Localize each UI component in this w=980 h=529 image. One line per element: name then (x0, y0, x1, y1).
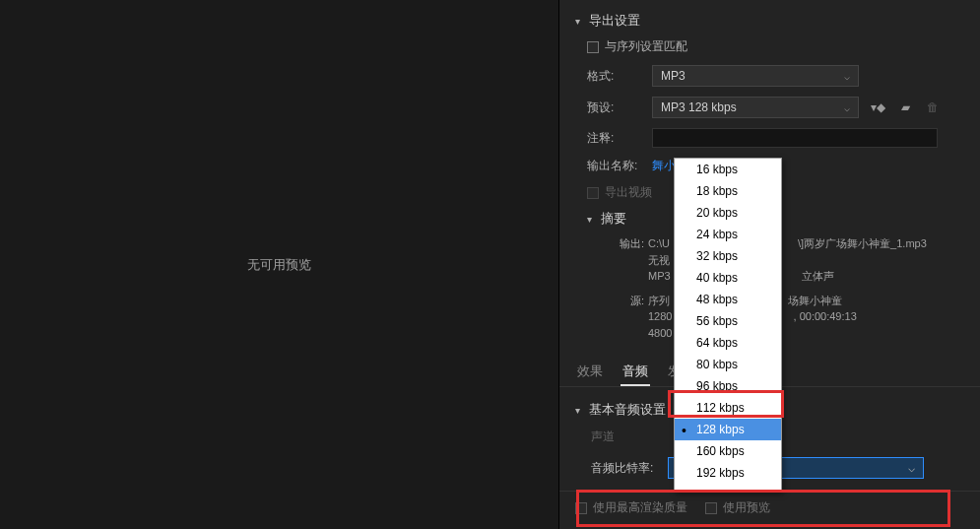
format-label: 格式: (587, 68, 642, 85)
format-dropdown[interactable]: MP3 ⌵ (652, 65, 859, 87)
bitrate-option[interactable]: 128 kbps (675, 419, 781, 440)
bitrate-option[interactable]: 20 kbps (675, 202, 781, 224)
use-preview-checkbox[interactable]: 使用预览 (705, 499, 770, 516)
bitrate-label: 音频比特率: (591, 460, 658, 477)
source-dur: , 00:00:49:13 (794, 310, 857, 322)
source-name: 场舞小神童 (788, 293, 842, 309)
audio-section-title: 基本音频设置 (589, 401, 666, 419)
output-file: \]两岁广场舞小神童_1.mp3 (798, 235, 927, 252)
channel-label: 声道 (591, 429, 658, 445)
output-name-label: 输出名称: (587, 158, 642, 174)
bitrate-option[interactable]: 24 kbps (675, 224, 781, 245)
chevron-down-icon: ⌵ (844, 71, 850, 82)
source-label: 源: (609, 293, 644, 309)
export-settings-header[interactable]: ▾ 导出设置 (559, 8, 980, 33)
bitrate-option[interactable]: 192 kbps (675, 462, 781, 484)
format-value: MP3 (661, 69, 686, 83)
bitrate-option[interactable]: 160 kbps (675, 440, 781, 462)
bitrate-option[interactable]: 80 kbps (675, 354, 781, 375)
export-title: 导出设置 (589, 12, 640, 30)
chevron-down-icon: ▾ (575, 16, 585, 27)
summary-title: 摘要 (601, 210, 626, 228)
preview-panel: 无可用预览 (0, 0, 559, 529)
save-preset-icon[interactable]: ▾◆ (869, 99, 886, 115)
bottom-options: 使用最高渲染质量 使用预览 (559, 491, 980, 524)
use-preview-label: 使用预览 (723, 499, 770, 516)
chevron-down-icon: ▾ (587, 214, 597, 225)
export-video-checkbox[interactable]: 导出视频 (587, 184, 652, 201)
match-sequence-label: 与序列设置匹配 (605, 38, 687, 55)
output-channels: 立体声 (802, 270, 834, 282)
bitrate-option[interactable]: 56 kbps (675, 310, 781, 332)
import-preset-icon[interactable]: ▰ (896, 99, 914, 115)
format-row: 格式: MP3 ⌵ (559, 60, 980, 92)
max-quality-label: 使用最高渲染质量 (593, 499, 687, 516)
no-preview-text: 无可用预览 (247, 256, 311, 274)
source-res: 1280 (648, 310, 672, 322)
bitrate-option[interactable]: 96 kbps (675, 375, 781, 397)
bitrate-option[interactable]: 224 kbps (675, 484, 781, 493)
checkbox-icon (587, 41, 599, 53)
bitrate-option[interactable]: 32 kbps (675, 245, 781, 267)
source-seq: 序列 (648, 293, 670, 309)
source-rate: 4800 (648, 327, 672, 339)
preset-label: 预设: (587, 99, 642, 116)
bitrate-option[interactable]: 16 kbps (675, 159, 781, 180)
bitrate-dropdown-menu[interactable]: 16 kbps18 kbps20 kbps24 kbps32 kbps40 kb… (674, 158, 782, 493)
max-quality-checkbox[interactable]: 使用最高渲染质量 (575, 499, 687, 516)
checkbox-icon (587, 187, 599, 199)
tab-effects[interactable]: 效果 (575, 359, 605, 386)
output-label: 输出: (609, 235, 644, 252)
comment-input[interactable] (652, 128, 938, 148)
bitrate-option[interactable]: 64 kbps (675, 332, 781, 354)
chevron-down-icon: ⌵ (844, 102, 850, 113)
export-video-label: 导出视频 (605, 184, 652, 201)
output-none: 无视 (648, 254, 670, 266)
bitrate-option[interactable]: 48 kbps (675, 289, 781, 310)
tab-audio[interactable]: 音频 (621, 359, 650, 386)
output-codec: MP3 (648, 270, 671, 282)
bitrate-option[interactable]: 112 kbps (675, 397, 781, 419)
match-sequence-checkbox[interactable]: 与序列设置匹配 (587, 38, 687, 55)
output-path: C:\U (648, 235, 670, 252)
checkbox-icon (705, 502, 717, 514)
delete-preset-icon[interactable]: 🗑 (924, 99, 942, 115)
preset-value: MP3 128 kbps (661, 100, 737, 114)
chevron-down-icon: ▾ (575, 405, 585, 416)
match-sequence-row: 与序列设置匹配 (559, 33, 980, 60)
checkbox-icon (575, 502, 587, 514)
comment-row: 注释: (559, 123, 980, 153)
preset-row: 预设: MP3 128 kbps ⌵ ▾◆ ▰ 🗑 (559, 92, 980, 123)
preset-dropdown[interactable]: MP3 128 kbps ⌵ (652, 97, 859, 118)
chevron-down-icon: ⌵ (908, 461, 915, 475)
comment-label: 注释: (587, 130, 642, 147)
bitrate-option[interactable]: 40 kbps (675, 267, 781, 289)
bitrate-option[interactable]: 18 kbps (675, 180, 781, 202)
